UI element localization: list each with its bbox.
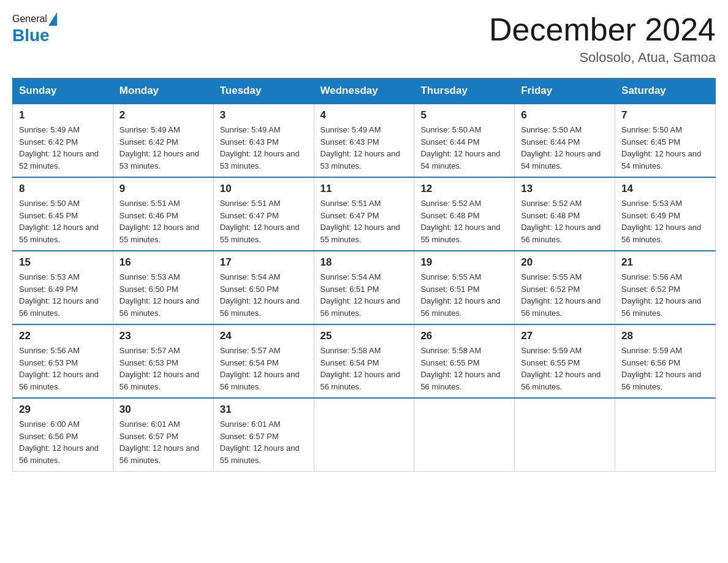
- calendar-week-row: 22 Sunrise: 5:56 AM Sunset: 6:53 PM Dayl…: [13, 324, 716, 398]
- calendar-header-friday: Friday: [515, 79, 615, 104]
- daylight-label: Daylight: 12 hours and 56 minutes.: [19, 370, 99, 391]
- day-number: 29: [19, 404, 107, 416]
- calendar-cell: 14 Sunrise: 5:53 AM Sunset: 6:49 PM Dayl…: [615, 177, 716, 251]
- daylight-label: Daylight: 12 hours and 56 minutes.: [420, 296, 500, 318]
- daylight-label: Daylight: 12 hours and 56 minutes.: [19, 443, 99, 465]
- sunset-label: Sunset: 6:51 PM: [420, 285, 479, 294]
- calendar-cell: 6 Sunrise: 5:50 AM Sunset: 6:44 PM Dayli…: [515, 104, 615, 177]
- day-info: Sunrise: 5:51 AM Sunset: 6:46 PM Dayligh…: [119, 197, 207, 245]
- daylight-label: Daylight: 12 hours and 56 minutes.: [220, 296, 300, 318]
- day-info: Sunrise: 5:50 AM Sunset: 6:44 PM Dayligh…: [521, 124, 609, 172]
- calendar-cell: 15 Sunrise: 5:53 AM Sunset: 6:49 PM Dayl…: [13, 251, 113, 324]
- calendar-cell: 3 Sunrise: 5:49 AM Sunset: 6:43 PM Dayli…: [213, 104, 314, 177]
- sunrise-label: Sunrise: 5:51 AM: [220, 199, 281, 208]
- daylight-label: Daylight: 12 hours and 56 minutes.: [220, 370, 300, 391]
- sunset-label: Sunset: 6:52 PM: [521, 285, 580, 294]
- calendar-header-tuesday: Tuesday: [213, 79, 314, 104]
- day-info: Sunrise: 5:50 AM Sunset: 6:45 PM Dayligh…: [621, 124, 709, 172]
- daylight-label: Daylight: 12 hours and 55 minutes.: [420, 223, 500, 244]
- calendar-cell: 26 Sunrise: 5:58 AM Sunset: 6:55 PM Dayl…: [414, 324, 515, 398]
- day-info: Sunrise: 5:54 AM Sunset: 6:51 PM Dayligh…: [320, 271, 408, 319]
- day-number: 15: [19, 256, 107, 269]
- sunset-label: Sunset: 6:56 PM: [19, 432, 78, 441]
- calendar-header-sunday: Sunday: [13, 79, 113, 104]
- daylight-label: Daylight: 12 hours and 56 minutes.: [320, 370, 400, 391]
- daylight-label: Daylight: 12 hours and 56 minutes.: [119, 443, 199, 465]
- day-info: Sunrise: 5:53 AM Sunset: 6:49 PM Dayligh…: [19, 271, 107, 319]
- day-number: 31: [220, 404, 308, 416]
- sunset-label: Sunset: 6:49 PM: [621, 211, 680, 220]
- sunset-label: Sunset: 6:55 PM: [420, 358, 479, 367]
- sunrise-label: Sunrise: 5:53 AM: [119, 272, 180, 282]
- day-number: 6: [521, 109, 609, 121]
- sunset-label: Sunset: 6:54 PM: [220, 358, 279, 367]
- calendar-cell: 30 Sunrise: 6:01 AM Sunset: 6:57 PM Dayl…: [113, 398, 213, 472]
- sunrise-label: Sunrise: 5:57 AM: [220, 346, 281, 355]
- sunrise-label: Sunrise: 5:52 AM: [420, 199, 481, 208]
- sunrise-label: Sunrise: 5:57 AM: [119, 346, 180, 355]
- day-number: 1: [19, 109, 107, 121]
- page-header: General Blue December 2024 Solosolo, Atu…: [12, 12, 716, 66]
- sunset-label: Sunset: 6:50 PM: [220, 285, 279, 294]
- calendar-cell: 5 Sunrise: 5:50 AM Sunset: 6:44 PM Dayli…: [414, 104, 515, 177]
- daylight-label: Daylight: 12 hours and 56 minutes.: [19, 296, 99, 318]
- calendar-cell: [314, 398, 414, 472]
- calendar-cell: 13 Sunrise: 5:52 AM Sunset: 6:48 PM Dayl…: [515, 177, 615, 251]
- daylight-label: Daylight: 12 hours and 56 minutes.: [521, 370, 601, 391]
- sunrise-label: Sunrise: 5:51 AM: [119, 199, 180, 208]
- day-info: Sunrise: 6:00 AM Sunset: 6:56 PM Dayligh…: [19, 418, 107, 466]
- day-number: 11: [320, 183, 408, 195]
- sunset-label: Sunset: 6:44 PM: [420, 137, 479, 147]
- daylight-label: Daylight: 12 hours and 56 minutes.: [320, 296, 400, 318]
- daylight-label: Daylight: 12 hours and 53 minutes.: [119, 149, 199, 170]
- calendar-cell: 16 Sunrise: 5:53 AM Sunset: 6:50 PM Dayl…: [113, 251, 213, 324]
- sunrise-label: Sunrise: 5:49 AM: [320, 125, 381, 134]
- day-info: Sunrise: 5:52 AM Sunset: 6:48 PM Dayligh…: [521, 197, 609, 245]
- sunset-label: Sunset: 6:51 PM: [320, 285, 379, 294]
- daylight-label: Daylight: 12 hours and 56 minutes.: [119, 370, 199, 391]
- daylight-label: Daylight: 12 hours and 54 minutes.: [420, 149, 500, 170]
- calendar-cell: 21 Sunrise: 5:56 AM Sunset: 6:52 PM Dayl…: [615, 251, 716, 324]
- day-info: Sunrise: 5:53 AM Sunset: 6:50 PM Dayligh…: [119, 271, 207, 319]
- calendar-cell: 18 Sunrise: 5:54 AM Sunset: 6:51 PM Dayl…: [314, 251, 414, 324]
- calendar-cell: 23 Sunrise: 5:57 AM Sunset: 6:53 PM Dayl…: [113, 324, 213, 398]
- sunset-label: Sunset: 6:45 PM: [19, 211, 78, 220]
- location-text: Solosolo, Atua, Samoa: [489, 50, 716, 66]
- calendar-header-wednesday: Wednesday: [314, 79, 414, 104]
- sunset-label: Sunset: 6:47 PM: [220, 211, 279, 220]
- day-number: 13: [521, 183, 609, 195]
- daylight-label: Daylight: 12 hours and 54 minutes.: [621, 149, 701, 170]
- daylight-label: Daylight: 12 hours and 55 minutes.: [320, 223, 400, 244]
- sunset-label: Sunset: 6:42 PM: [19, 137, 78, 147]
- sunrise-label: Sunrise: 5:55 AM: [420, 272, 481, 282]
- sunrise-label: Sunrise: 5:53 AM: [19, 272, 80, 282]
- calendar-cell: 7 Sunrise: 5:50 AM Sunset: 6:45 PM Dayli…: [615, 104, 716, 177]
- sunrise-label: Sunrise: 5:49 AM: [119, 125, 180, 134]
- day-info: Sunrise: 5:49 AM Sunset: 6:43 PM Dayligh…: [220, 124, 308, 172]
- sunset-label: Sunset: 6:44 PM: [521, 137, 580, 147]
- sunset-label: Sunset: 6:57 PM: [119, 432, 178, 441]
- daylight-label: Daylight: 12 hours and 53 minutes.: [220, 149, 300, 170]
- logo-triangle-icon: [48, 12, 57, 26]
- day-number: 10: [220, 183, 308, 195]
- day-info: Sunrise: 5:49 AM Sunset: 6:42 PM Dayligh…: [19, 124, 107, 172]
- sunrise-label: Sunrise: 5:51 AM: [320, 199, 381, 208]
- calendar-cell: 2 Sunrise: 5:49 AM Sunset: 6:42 PM Dayli…: [113, 104, 213, 177]
- calendar-week-row: 15 Sunrise: 5:53 AM Sunset: 6:49 PM Dayl…: [13, 251, 716, 324]
- day-info: Sunrise: 5:57 AM Sunset: 6:53 PM Dayligh…: [119, 345, 207, 393]
- calendar-cell: [414, 398, 515, 472]
- daylight-label: Daylight: 12 hours and 55 minutes.: [220, 443, 300, 465]
- day-number: 27: [521, 330, 609, 342]
- sunset-label: Sunset: 6:50 PM: [119, 285, 178, 294]
- day-number: 24: [220, 330, 308, 342]
- day-number: 22: [19, 330, 107, 342]
- day-info: Sunrise: 5:59 AM Sunset: 6:55 PM Dayligh…: [521, 345, 609, 393]
- sunset-label: Sunset: 6:48 PM: [420, 211, 479, 220]
- calendar-cell: 28 Sunrise: 5:59 AM Sunset: 6:56 PM Dayl…: [615, 324, 716, 398]
- day-number: 17: [220, 256, 308, 269]
- sunset-label: Sunset: 6:43 PM: [220, 137, 279, 147]
- sunrise-label: Sunrise: 6:01 AM: [119, 419, 180, 429]
- sunset-label: Sunset: 6:55 PM: [521, 358, 580, 367]
- sunset-label: Sunset: 6:49 PM: [19, 285, 78, 294]
- day-info: Sunrise: 5:57 AM Sunset: 6:54 PM Dayligh…: [220, 345, 308, 393]
